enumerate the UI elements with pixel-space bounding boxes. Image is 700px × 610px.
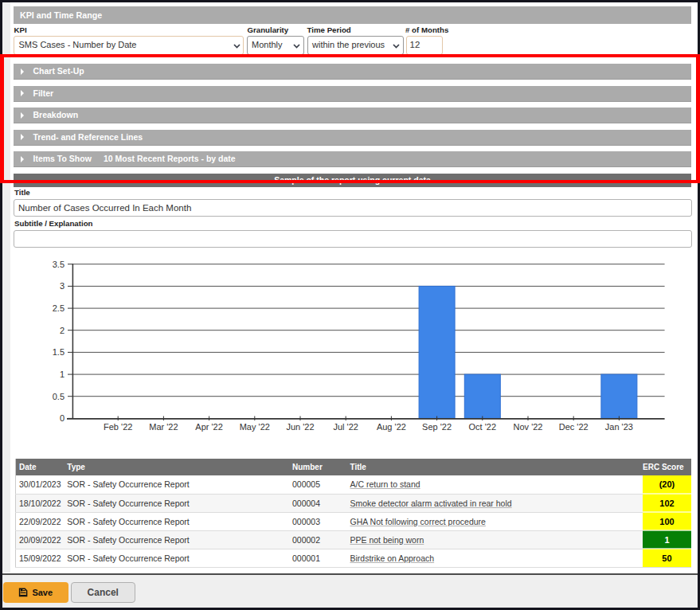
svg-text:Dec '22: Dec '22 [559, 422, 589, 432]
svg-text:1.5: 1.5 [53, 347, 65, 357]
svg-text:Apr '22: Apr '22 [195, 422, 223, 432]
svg-text:Jan '23: Jan '23 [605, 422, 633, 432]
svg-text:2: 2 [60, 326, 65, 335]
svg-text:Mar '22: Mar '22 [149, 422, 178, 432]
svg-text:Aug '22: Aug '22 [377, 422, 406, 432]
svg-text:0.5: 0.5 [53, 392, 65, 401]
svg-text:Jul '22: Jul '22 [333, 422, 358, 432]
svg-text:Jun '22: Jun '22 [286, 422, 314, 432]
svg-text:1: 1 [60, 370, 65, 379]
svg-text:2.5: 2.5 [53, 303, 65, 313]
svg-text:0: 0 [60, 413, 65, 423]
svg-text:Nov '22: Nov '22 [514, 422, 543, 432]
svg-text:Oct '22: Oct '22 [469, 422, 497, 432]
svg-text:May '22: May '22 [240, 422, 270, 432]
svg-text:3: 3 [60, 281, 65, 291]
svg-text:3.5: 3.5 [53, 260, 65, 269]
svg-text:Feb '22: Feb '22 [104, 422, 132, 432]
svg-text:Sep '22: Sep '22 [422, 422, 452, 432]
